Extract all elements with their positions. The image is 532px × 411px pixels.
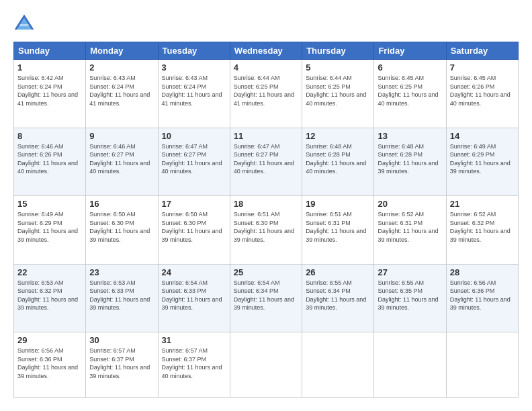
day-number: 13 [378,131,442,141]
cell-info: Sunrise: 6:43 AMSunset: 6:24 PMDaylight:… [89,74,154,107]
calendar-cell: 26Sunrise: 6:55 AMSunset: 6:34 PMDayligh… [302,264,374,332]
calendar-cell: 29Sunrise: 6:56 AMSunset: 6:36 PMDayligh… [14,332,86,398]
calendar-cell: 22Sunrise: 6:53 AMSunset: 6:32 PMDayligh… [14,264,86,332]
calendar-cell: 7Sunrise: 6:45 AMSunset: 6:26 PMDaylight… [446,60,518,128]
calendar-cell [302,332,374,398]
cell-info: Sunrise: 6:46 AMSunset: 6:27 PMDaylight:… [89,142,154,176]
day-number: 15 [17,199,82,209]
calendar-cell: 24Sunrise: 6:54 AMSunset: 6:33 PMDayligh… [158,264,230,332]
cell-info: Sunrise: 6:54 AMSunset: 6:34 PMDaylight:… [234,279,298,312]
header-saturday: Saturday [446,42,518,60]
header-friday: Friday [374,42,446,60]
calendar-cell: 30Sunrise: 6:57 AMSunset: 6:37 PMDayligh… [86,332,158,398]
day-number: 9 [89,131,154,141]
header-monday: Monday [86,42,158,60]
calendar-cell: 8Sunrise: 6:46 AMSunset: 6:26 PMDaylight… [14,128,86,196]
calendar-cell: 13Sunrise: 6:48 AMSunset: 6:28 PMDayligh… [374,128,446,196]
day-number: 16 [89,199,154,209]
day-number: 19 [306,199,370,209]
calendar-cell: 20Sunrise: 6:52 AMSunset: 6:31 PMDayligh… [374,196,446,265]
week-row-1: 1Sunrise: 6:42 AMSunset: 6:24 PMDaylight… [14,60,519,128]
day-number: 5 [306,62,370,73]
day-number: 20 [378,199,442,209]
calendar-cell: 4Sunrise: 6:44 AMSunset: 6:25 PMDaylight… [230,60,302,128]
header [13,13,519,35]
calendar-cell [230,332,302,398]
calendar-cell: 19Sunrise: 6:51 AMSunset: 6:31 PMDayligh… [302,196,374,265]
header-row: SundayMondayTuesdayWednesdayThursdayFrid… [14,42,519,60]
calendar-cell: 2Sunrise: 6:43 AMSunset: 6:24 PMDaylight… [86,60,158,128]
cell-info: Sunrise: 6:45 AMSunset: 6:25 PMDaylight:… [378,74,442,107]
cell-info: Sunrise: 6:44 AMSunset: 6:25 PMDaylight:… [306,74,370,107]
calendar-cell: 10Sunrise: 6:47 AMSunset: 6:27 PMDayligh… [158,128,230,196]
calendar-cell: 28Sunrise: 6:56 AMSunset: 6:36 PMDayligh… [446,264,518,332]
cell-info: Sunrise: 6:52 AMSunset: 6:32 PMDaylight:… [450,210,515,244]
cell-info: Sunrise: 6:47 AMSunset: 6:27 PMDaylight:… [234,142,298,176]
cell-info: Sunrise: 6:47 AMSunset: 6:27 PMDaylight:… [162,142,226,176]
header-thursday: Thursday [302,42,374,60]
calendar-cell: 6Sunrise: 6:45 AMSunset: 6:25 PMDaylight… [374,60,446,128]
cell-info: Sunrise: 6:55 AMSunset: 6:34 PMDaylight:… [306,279,370,312]
calendar-cell: 5Sunrise: 6:44 AMSunset: 6:25 PMDaylight… [302,60,374,128]
week-row-4: 22Sunrise: 6:53 AMSunset: 6:32 PMDayligh… [14,264,519,332]
cell-info: Sunrise: 6:44 AMSunset: 6:25 PMDaylight:… [234,74,298,107]
calendar-cell: 31Sunrise: 6:57 AMSunset: 6:37 PMDayligh… [158,332,230,398]
day-number: 26 [306,267,370,277]
cell-info: Sunrise: 6:46 AMSunset: 6:26 PMDaylight:… [17,142,82,176]
day-number: 8 [17,131,82,141]
day-number: 1 [17,62,82,73]
logo-icon [13,13,35,35]
cell-info: Sunrise: 6:53 AMSunset: 6:33 PMDaylight:… [89,279,154,312]
week-row-3: 15Sunrise: 6:49 AMSunset: 6:29 PMDayligh… [14,196,519,265]
week-row-5: 29Sunrise: 6:56 AMSunset: 6:36 PMDayligh… [14,332,519,398]
calendar-cell: 15Sunrise: 6:49 AMSunset: 6:29 PMDayligh… [14,196,86,265]
calendar-cell: 14Sunrise: 6:49 AMSunset: 6:29 PMDayligh… [446,128,518,196]
day-number: 31 [162,335,226,345]
calendar-cell: 27Sunrise: 6:55 AMSunset: 6:35 PMDayligh… [374,264,446,332]
cell-info: Sunrise: 6:42 AMSunset: 6:24 PMDaylight:… [17,74,82,107]
day-number: 24 [162,267,226,277]
header-tuesday: Tuesday [158,42,230,60]
calendar-cell [446,332,518,398]
day-number: 21 [450,199,515,209]
day-number: 7 [450,62,515,73]
cell-info: Sunrise: 6:56 AMSunset: 6:36 PMDaylight:… [450,279,515,312]
cell-info: Sunrise: 6:43 AMSunset: 6:24 PMDaylight:… [162,74,226,107]
day-number: 11 [234,131,298,141]
calendar-cell: 12Sunrise: 6:48 AMSunset: 6:28 PMDayligh… [302,128,374,196]
calendar-cell: 18Sunrise: 6:51 AMSunset: 6:30 PMDayligh… [230,196,302,265]
day-number: 27 [378,267,442,277]
day-number: 28 [450,267,515,277]
day-number: 10 [162,131,226,141]
calendar-cell: 21Sunrise: 6:52 AMSunset: 6:32 PMDayligh… [446,196,518,265]
calendar-table: SundayMondayTuesdayWednesdayThursdayFrid… [13,42,519,398]
svg-rect-2 [20,24,29,26]
day-number: 22 [17,267,82,277]
cell-info: Sunrise: 6:45 AMSunset: 6:26 PMDaylight:… [450,74,515,107]
day-number: 14 [450,131,515,141]
cell-info: Sunrise: 6:57 AMSunset: 6:37 PMDaylight:… [89,347,154,380]
day-number: 25 [234,267,298,277]
week-row-2: 8Sunrise: 6:46 AMSunset: 6:26 PMDaylight… [14,128,519,196]
calendar-cell: 17Sunrise: 6:50 AMSunset: 6:30 PMDayligh… [158,196,230,265]
day-number: 18 [234,199,298,209]
cell-info: Sunrise: 6:52 AMSunset: 6:31 PMDaylight:… [378,210,442,244]
cell-info: Sunrise: 6:51 AMSunset: 6:31 PMDaylight:… [306,210,370,244]
calendar-cell [374,332,446,398]
day-number: 12 [306,131,370,141]
cell-info: Sunrise: 6:51 AMSunset: 6:30 PMDaylight:… [234,210,298,244]
page: SundayMondayTuesdayWednesdayThursdayFrid… [0,0,532,411]
calendar-cell: 3Sunrise: 6:43 AMSunset: 6:24 PMDaylight… [158,60,230,128]
day-number: 17 [162,199,226,209]
cell-info: Sunrise: 6:48 AMSunset: 6:28 PMDaylight:… [306,142,370,176]
day-number: 2 [89,62,154,73]
cell-info: Sunrise: 6:50 AMSunset: 6:30 PMDaylight:… [89,210,154,244]
calendar-cell: 9Sunrise: 6:46 AMSunset: 6:27 PMDaylight… [86,128,158,196]
cell-info: Sunrise: 6:54 AMSunset: 6:33 PMDaylight:… [162,279,226,312]
logo [13,13,38,35]
day-number: 30 [89,335,154,345]
cell-info: Sunrise: 6:49 AMSunset: 6:29 PMDaylight:… [17,210,82,244]
cell-info: Sunrise: 6:56 AMSunset: 6:36 PMDaylight:… [17,347,82,380]
day-number: 23 [89,267,154,277]
day-number: 6 [378,62,442,73]
